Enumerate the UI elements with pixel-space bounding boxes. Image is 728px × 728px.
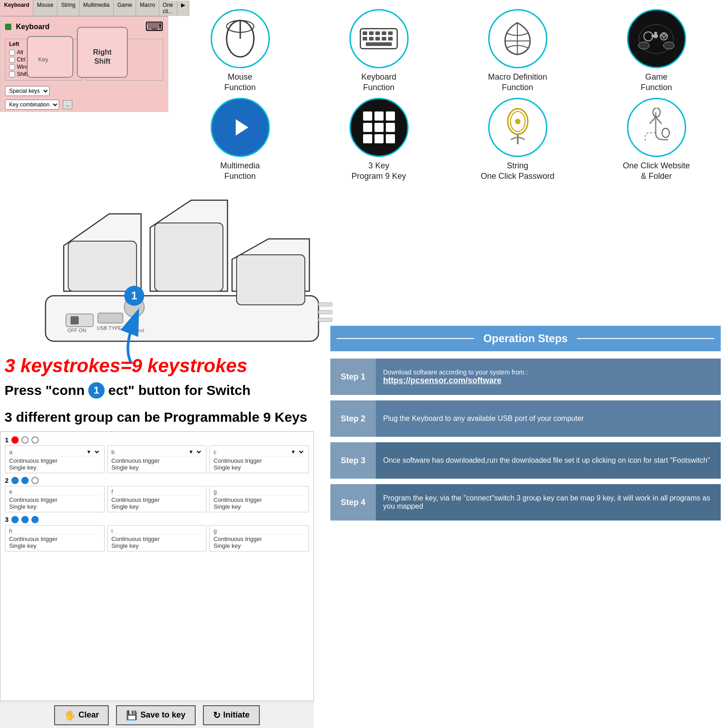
mouse-circle: [211, 9, 270, 68]
svg-point-29: [638, 42, 649, 49]
svg-rect-36: [374, 123, 384, 132]
tab-mouse[interactable]: Mouse: [33, 0, 57, 16]
save-button[interactable]: 💾 Save to key: [116, 705, 195, 725]
left-alt-checkbox[interactable]: [9, 50, 15, 56]
key-c-type: Single key: [213, 464, 305, 471]
key-cell-c: c ▼ Continuous trigger Single key: [209, 445, 309, 473]
right-alt-row: Alt: [90, 49, 159, 56]
right-ctrl-checkbox[interactable]: [90, 57, 96, 63]
g3-dot3: [31, 516, 39, 523]
key-cell-f: f Continuous trigger Single key: [107, 486, 207, 512]
left-ctrl-row: Ctrl: [9, 56, 79, 63]
left-shift-label: Shift: [17, 71, 28, 77]
step-4-label: Step 4: [330, 484, 376, 521]
left-windows-checkbox[interactable]: [9, 64, 15, 70]
key-h-type: Single key: [9, 542, 101, 549]
svg-rect-15: [369, 37, 374, 40]
svg-point-27: [663, 33, 665, 35]
svg-rect-40: [386, 134, 395, 143]
key-b-select[interactable]: ▼: [185, 448, 202, 456]
group-3-keys: h Continuous trigger Single key i Contin…: [5, 525, 309, 551]
key-cell-g: g Continuous trigger Single key: [209, 486, 309, 512]
key-cell-b: b ▼ Continuous trigger Single key: [107, 445, 207, 473]
key-g-trigger: Continuous trigger: [213, 496, 305, 503]
step-1-text: Download software according to your syst…: [383, 369, 713, 376]
macro-label: Macro DefinitionFunction: [488, 72, 547, 93]
keystrokes-text: 3 keystrokes=9 keystrokes: [5, 355, 248, 377]
status-indicator: [5, 24, 11, 30]
key-a-type: Single key: [9, 464, 101, 471]
group-2-header: 2: [5, 477, 309, 484]
header-dash-left: [337, 338, 474, 339]
svg-point-28: [663, 36, 665, 38]
g3-dot1: [11, 516, 19, 523]
step-1-row: Step 1 Download software according to yo…: [330, 359, 721, 395]
key-a-select[interactable]: ▼: [83, 448, 101, 456]
clear-button[interactable]: 🖐 Clear: [54, 705, 109, 725]
key-combination-row: Key combination ..: [0, 98, 168, 111]
svg-rect-14: [363, 37, 367, 40]
mouse-label: MouseFunction: [224, 72, 256, 93]
left-ctrl-label: Ctrl: [17, 56, 25, 63]
right-windows-checkbox[interactable]: [90, 64, 96, 70]
group-1-keys: a ▼ Continuous trigger Single key b ▼ Co…: [5, 445, 309, 473]
group-1-number: 1: [5, 436, 9, 444]
g2-dot2: [21, 477, 29, 484]
g1-dot2: [21, 436, 29, 444]
left-ctrl-checkbox[interactable]: [9, 57, 15, 63]
left-modifier-group: Left Alt Ctrl Windows Shift: [5, 39, 83, 81]
right-alt-checkbox[interactable]: [90, 50, 96, 56]
macro-function-icon: Macro DefinitionFunction: [450, 9, 585, 93]
step-3-content: Once software has downloaded,run the dow…: [376, 442, 721, 479]
right-shift-checkbox[interactable]: [90, 71, 96, 77]
key-g2-letter: g: [213, 527, 217, 534]
step-4-row: Step 4 Program the key, via the "connect…: [330, 484, 721, 521]
step-1-label: Step 1: [330, 359, 376, 395]
step-2-text: Plug the Keyboard to any available USB p…: [383, 415, 713, 423]
tab-macro[interactable]: Macro: [136, 0, 159, 16]
left-group-label: Left: [9, 41, 79, 47]
tab-multimedia[interactable]: Multimedia: [80, 0, 114, 16]
panel-title: Keyboard: [16, 23, 50, 31]
key-g-type: Single key: [213, 503, 305, 510]
threekey-circle: [349, 98, 409, 157]
tab-game[interactable]: Game: [114, 0, 136, 16]
svg-rect-49: [237, 255, 305, 305]
tab-string[interactable]: String: [57, 0, 79, 16]
tab-keyboard[interactable]: Keyboard: [0, 0, 33, 16]
left-shift-checkbox[interactable]: [9, 71, 15, 77]
key-c-select[interactable]: ▼: [287, 448, 305, 456]
g1-dot1: [11, 436, 19, 444]
save-label: Save to key: [140, 710, 185, 720]
svg-rect-12: [382, 31, 386, 35]
key-f-type: Single key: [111, 503, 203, 510]
svg-rect-51: [71, 316, 79, 324]
right-ctrl-row: Ctrl: [90, 56, 159, 63]
dots-button[interactable]: ..: [63, 100, 72, 109]
game-label: GameFunction: [641, 72, 672, 93]
clear-label: Clear: [78, 710, 99, 720]
step-2-row: Step 2 Plug the Keyboard to any availabl…: [330, 400, 721, 437]
svg-rect-60: [318, 310, 332, 314]
key-combination-select[interactable]: Key combination: [5, 100, 59, 110]
svg-rect-18: [388, 37, 393, 40]
special-keys-select[interactable]: Special keys: [5, 86, 50, 96]
initiate-icon: ↻: [213, 710, 221, 721]
svg-point-26: [665, 35, 667, 36]
initiate-button[interactable]: ↻ Initiate: [203, 705, 260, 725]
key-g2-trigger: Continuous trigger: [213, 536, 305, 542]
keyboard-panel: Keyboard Mouse String Multimedia Game Ma…: [0, 0, 168, 112]
keyboard-function-icon: KeyboardFunction: [312, 9, 446, 93]
key-i-trigger: Continuous trigger: [111, 536, 203, 542]
svg-rect-32: [363, 111, 372, 121]
keystrokes-text-area: 3 keystrokes=9 keystrokes: [5, 355, 248, 377]
press-text-before: Press "conn: [5, 383, 85, 398]
connect-badge-1: 1: [88, 382, 105, 399]
group-2-keys: e Continuous trigger Single key f Contin…: [5, 486, 309, 512]
operation-steps-panel: Operation Steps Step 1 Download software…: [323, 318, 728, 728]
key-g2-type: Single key: [213, 542, 305, 549]
key-e-letter: e: [9, 488, 12, 495]
key-a-letter: a: [9, 449, 12, 455]
step-1-link[interactable]: https://pcsensor.com/software: [383, 376, 713, 385]
step-4-content: Program the key, via the "connect"switch…: [376, 484, 721, 521]
